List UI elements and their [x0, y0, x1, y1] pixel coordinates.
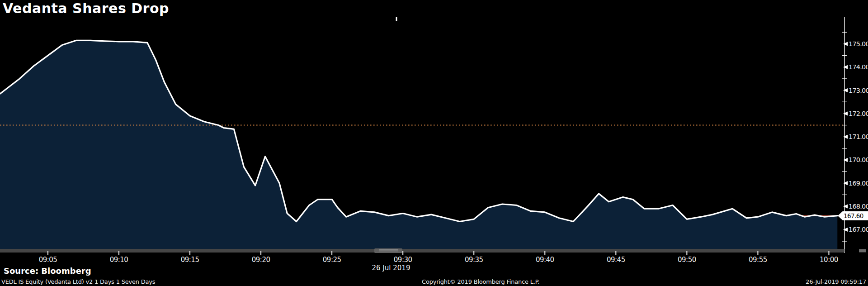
y-tick-label: 171.00: [849, 133, 868, 140]
y-tick-arrow: [843, 42, 848, 46]
x-tick-label: 09:10: [110, 256, 128, 264]
x-tick-label: 09:40: [536, 256, 554, 264]
x-tick-label: 09:35: [465, 256, 483, 264]
price-area: [0, 40, 837, 249]
scrollbar-end-nub[interactable]: [859, 249, 866, 253]
source-attribution: Source: Bloomberg: [4, 266, 91, 276]
y-tick-arrow: [843, 228, 848, 232]
y-tick-label: 170.00: [849, 156, 868, 163]
footer-timestamp: 26-Jul-2019 09:59:17: [806, 278, 866, 285]
last-price-badge: 167.60: [838, 211, 868, 220]
terminal-footer: VEDL IS Equity (Vedanta Ltd) v2 1 Days 1…: [0, 278, 868, 286]
y-tick-arrow: [843, 205, 848, 209]
price-chart: 167.00168.00169.00170.00171.00172.00173.…: [0, 0, 868, 286]
last-price-badge-label: 167.60: [844, 212, 863, 219]
y-tick-label: 167.00: [849, 226, 868, 233]
footer-copyright: Copyright© 2019 Bloomberg Finance L.P.: [422, 278, 539, 285]
bloomberg-chart-window: Vedanta Shares Drop 167.00168.00169.0017…: [0, 0, 868, 286]
y-tick-arrow: [843, 135, 848, 139]
time-scrollbar-track[interactable]: [0, 249, 844, 253]
x-tick-label: 09:25: [323, 256, 341, 264]
y-tick-label: 169.00: [849, 180, 868, 187]
x-tick-label: 09:55: [749, 256, 767, 264]
x-tick-label: 09:50: [678, 256, 696, 264]
x-tick-label: 09:30: [394, 256, 412, 264]
x-axis-date-label: 26 Jul 2019: [372, 264, 410, 272]
x-tick-label: 10:00: [820, 256, 838, 264]
y-tick-label: 175.00: [849, 40, 868, 48]
y-tick-arrow: [843, 181, 848, 185]
y-tick-label: 174.00: [849, 63, 868, 71]
y-tick-arrow: [843, 111, 848, 115]
y-tick-label: 172.00: [849, 110, 868, 117]
y-tick-arrow: [843, 158, 848, 162]
x-tick-label: 09:15: [181, 256, 199, 264]
x-axis: 09:0509:1009:1509:2009:2509:3009:3509:40…: [0, 248, 866, 272]
y-tick-arrow: [843, 88, 848, 92]
x-tick-label: 09:20: [252, 256, 270, 264]
x-tick-label: 09:05: [39, 256, 57, 264]
y-tick-label: 168.00: [849, 203, 868, 210]
x-tick-label: 09:45: [607, 256, 625, 264]
y-tick-label: 173.00: [849, 87, 868, 94]
y-tick-arrow: [843, 65, 848, 69]
footer-security-info: VEDL IS Equity (Vedanta Ltd) v2 1 Days 1…: [1, 278, 155, 285]
